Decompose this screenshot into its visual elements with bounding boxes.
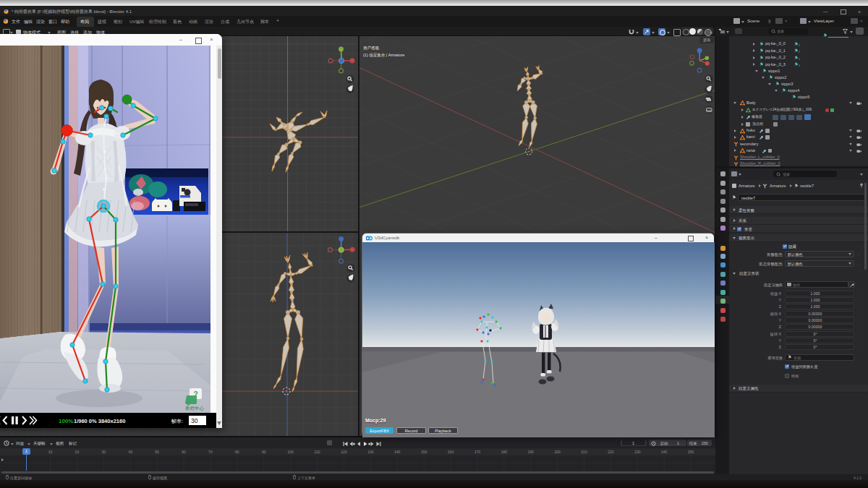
svg-text:100%: 100% xyxy=(59,418,73,424)
svg-text:帧率:: 帧率: xyxy=(171,419,183,424)
svg-text:教程中心: 教程中心 xyxy=(185,406,205,411)
svg-text:1/960 0% 3840x2160: 1/960 0% 3840x2160 xyxy=(74,418,125,424)
svg-text:30: 30 xyxy=(191,417,198,424)
